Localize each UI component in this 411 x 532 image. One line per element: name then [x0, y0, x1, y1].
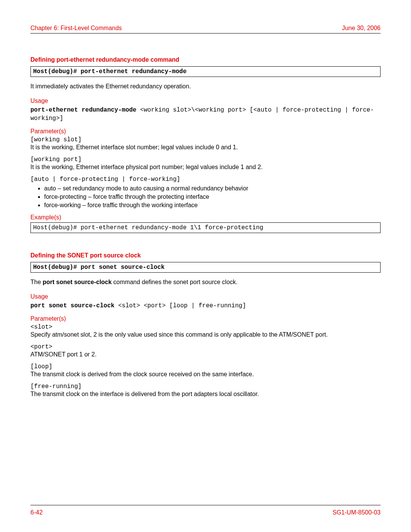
section1-title: Defining port-ethernet redundancy-mode c… — [30, 56, 381, 63]
section2-intro: The port sonet source-clock command defi… — [30, 278, 381, 286]
section1-params-label: Parameter(s) — [30, 128, 381, 135]
list-item: force-working – force traffic through th… — [44, 202, 381, 209]
section1-usage-cmd: port-ethernet redundancy-mode — [30, 107, 136, 113]
page-footer: 6-42 SG1-UM-8500-03 — [30, 509, 381, 516]
section2-intro-post: command defines the sonet port source cl… — [112, 279, 237, 285]
section1-param2-name: [working port] — [30, 156, 381, 163]
section2-intro-bold: port sonet source-clock — [43, 279, 112, 285]
section2-param4-name: [free-running] — [30, 383, 381, 390]
section1-example-box: Host(debug)# port-ethernet redundancy-mo… — [30, 222, 381, 233]
section2-param2-desc: ATM/SONET port 1 or 2. — [30, 351, 381, 358]
section2-param3-desc: The transmit clock is derived from the c… — [30, 371, 381, 378]
section1-usage: port-ethernet redundancy-mode <working s… — [30, 106, 381, 123]
section1-param1-name: [working slot] — [30, 136, 381, 143]
section1-modes-list: auto – set redundancy mode to auto causi… — [44, 185, 381, 209]
section2-param2: <port> ATM/SONET port 1 or 2. — [30, 343, 381, 358]
list-item: auto – set redundancy mode to auto causi… — [44, 185, 381, 192]
footer-doc-id: SG1-UM-8500-03 — [333, 509, 381, 516]
document-page: Chapter 6: First-Level Commands June 30,… — [0, 0, 411, 532]
list-item: force-protecting – force traffic through… — [44, 193, 381, 200]
section2-usage-label: Usage — [30, 293, 381, 300]
section1-command-box: Host(debug)# port-ethernet redundancy-mo… — [30, 66, 381, 77]
section2-param2-name: <port> — [30, 343, 381, 350]
section2-usage-args: <slot> <port> [loop | free-running] — [115, 302, 246, 309]
section1-param2: [working port] It is the working, Ethern… — [30, 156, 381, 171]
section2-param4-desc: The transmit clock on the interface is d… — [30, 391, 381, 398]
section1-param3-name: [auto | force-protecting | force-working… — [30, 176, 381, 183]
section2-param1-name: <slot> — [30, 324, 381, 331]
footer-rule — [30, 505, 381, 505]
footer-page-number: 6-42 — [30, 509, 43, 516]
section1-examples-label: Example(s) — [30, 214, 381, 221]
section2-param3: [loop] The transmit clock is derived fro… — [30, 363, 381, 378]
section2-intro-pre: The — [30, 279, 43, 285]
section2-command-box: Host(debug)# port sonet source-clock — [30, 262, 381, 273]
section2-title: Defining the SONET port source clock — [30, 252, 381, 259]
section2-usage: port sonet source-clock <slot> <port> [l… — [30, 302, 381, 310]
section1-param2-desc: It is the working, Ethernet interface ph… — [30, 164, 381, 171]
section1-param1: [working slot] It is the working, Ethern… — [30, 136, 381, 151]
section1-usage-label: Usage — [30, 97, 381, 104]
section2-param1: <slot> Specify atm/sonet slot, 2 is the … — [30, 324, 381, 338]
section2-param3-name: [loop] — [30, 363, 381, 370]
section2-param4: [free-running] The transmit clock on the… — [30, 383, 381, 398]
section2-params-label: Parameter(s) — [30, 315, 381, 322]
section1-intro: It immediately activates the Ethernet re… — [30, 82, 381, 91]
section1-param1-desc: It is the working, Ethernet interface sl… — [30, 144, 381, 151]
section2-param1-desc: Specify atm/sonet slot, 2 is the only va… — [30, 331, 381, 338]
page-header: Chapter 6: First-Level Commands June 30,… — [30, 25, 381, 34]
header-date: June 30, 2006 — [342, 25, 381, 32]
section2-usage-cmd: port sonet source-clock — [30, 302, 115, 309]
header-chapter: Chapter 6: First-Level Commands — [30, 25, 122, 32]
section1-param3: [auto | force-protecting | force-working… — [30, 176, 381, 209]
